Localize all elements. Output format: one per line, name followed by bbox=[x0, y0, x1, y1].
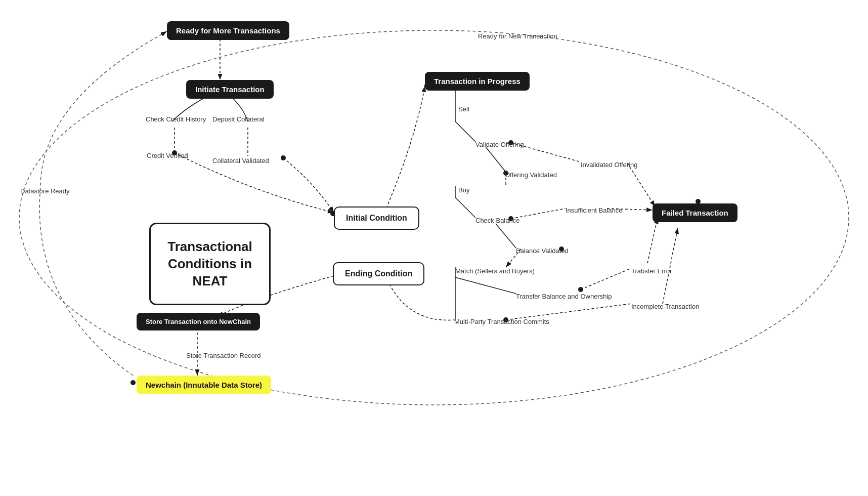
sell-label: Sell bbox=[458, 105, 469, 113]
ready-for-new-transaction-label: Ready for New Transaction bbox=[478, 32, 557, 40]
initial-condition-node: Initial Condition bbox=[334, 206, 419, 230]
credit-verified-label: Credit Verified bbox=[147, 152, 188, 159]
offering-validated-label: Offering Validated bbox=[505, 171, 557, 179]
validate-offering-label: Validate Offering bbox=[475, 141, 524, 148]
ready-for-more-transactions-node: Ready for More Transactions bbox=[167, 21, 289, 40]
svg-line-18 bbox=[455, 197, 475, 218]
transaction-in-progress-node: Transaction in Progress bbox=[425, 72, 530, 91]
svg-line-22 bbox=[496, 224, 516, 248]
svg-line-28 bbox=[581, 268, 631, 290]
store-transaction-record-label: Store Transaction Record bbox=[186, 352, 261, 359]
balance-validated-label: Balance Validated bbox=[516, 247, 569, 255]
insufficient-balance-label: Insufficient Balance bbox=[566, 206, 623, 214]
invalidated-offering-label: Invalidated Offering bbox=[581, 161, 638, 169]
svg-line-38 bbox=[627, 163, 655, 206]
failed-transaction-node: Failed Transaction bbox=[653, 203, 737, 222]
main-node-label: TransactionalConditions in NEAT bbox=[167, 239, 252, 288]
newchain-node: Newchain (Innutable Data Store) bbox=[137, 376, 271, 394]
buy-label: Buy bbox=[458, 186, 469, 194]
svg-line-26 bbox=[455, 277, 516, 294]
datastore-ready-label: Datastore Ready bbox=[20, 187, 70, 195]
transfer-error-label: Trabsfer Error bbox=[631, 267, 672, 275]
deposit-collateral-label: Deposit Collateral bbox=[212, 115, 265, 123]
check-balance-label: Check Balance bbox=[475, 217, 519, 224]
store-transaction-node: Store Transaction onto NewChain bbox=[137, 313, 260, 330]
svg-line-14 bbox=[486, 147, 506, 172]
collateral-validated-label: Collateral Validated bbox=[212, 157, 269, 164]
match-sellers-buyers-label: Match (Sellers and Buyers) bbox=[455, 267, 535, 275]
check-credit-history-label: Check Credit History bbox=[146, 115, 206, 123]
ending-condition-node: Ending Condition bbox=[333, 262, 424, 285]
svg-point-37 bbox=[131, 380, 136, 385]
svg-line-11 bbox=[455, 121, 475, 142]
transfer-balance-label: Transfer Balance and Ownership bbox=[516, 293, 612, 300]
initiate-transaction-node: Initiate Transaction bbox=[186, 80, 274, 99]
svg-line-33 bbox=[663, 228, 678, 304]
transactional-conditions-main-node: TransactionalConditions in NEAT bbox=[149, 223, 271, 305]
svg-line-29 bbox=[647, 218, 658, 263]
incomplete-transaction-label: Incomplete Transaction bbox=[631, 303, 699, 310]
multi-party-label: Multi-Party Transaction Commits bbox=[454, 318, 549, 325]
